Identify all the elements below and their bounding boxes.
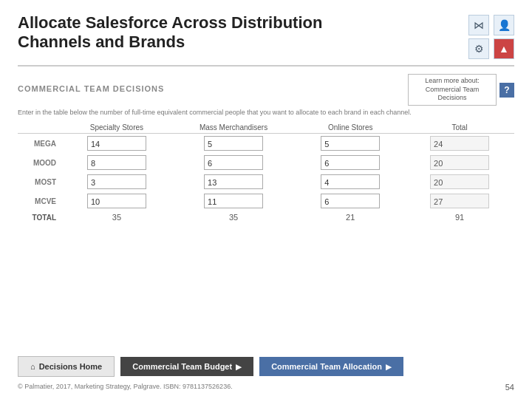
online-cell[interactable]: 6 bbox=[296, 191, 405, 211]
online-input[interactable]: 6 bbox=[321, 194, 380, 208]
mass-cell[interactable]: 6 bbox=[171, 153, 296, 172]
specialty-cell[interactable]: 3 bbox=[62, 172, 171, 191]
data-table: Specialty Stores Mass Merchandisers Onli… bbox=[18, 122, 514, 224]
col-header-mass: Mass Merchandisers bbox=[171, 122, 296, 134]
home-icon: ⌂ bbox=[30, 362, 35, 371]
section-header-row: COMMERCIAL TEAM DECISIONS Learn more abo… bbox=[18, 74, 514, 106]
footer: © Palmatier, 2017, Marketing Strategy, P… bbox=[18, 383, 514, 392]
bottom-nav: ⌂ Decisions Home Commercial Team Budget … bbox=[18, 350, 514, 377]
title-line2: Channels and Brands bbox=[18, 33, 185, 51]
mass-input[interactable]: 11 bbox=[204, 194, 263, 208]
total-online: 21 bbox=[296, 211, 405, 224]
row-total: 20 bbox=[430, 174, 489, 189]
specialty-input[interactable]: 14 bbox=[87, 136, 146, 151]
mass-input[interactable]: 13 bbox=[204, 174, 263, 189]
mass-cell[interactable]: 11 bbox=[171, 191, 296, 211]
icon-row-top: ⋈ 👤 bbox=[468, 15, 514, 35]
settings-icon: ⚙ bbox=[468, 38, 489, 59]
learn-more-area: Learn more about: Commercial Team Decisi… bbox=[408, 74, 514, 106]
table-row: MOST 3 13 4 20 bbox=[18, 172, 514, 191]
home-label: Decisions Home bbox=[39, 362, 103, 371]
budget-button[interactable]: Commercial Team Budget ▶ bbox=[120, 357, 253, 376]
brand-label: MOOD bbox=[18, 153, 62, 172]
copyright-text: © Palmatier, 2017, Marketing Strategy, P… bbox=[18, 383, 233, 392]
brand-label: MCVE bbox=[18, 191, 62, 211]
allocation-arrow: ▶ bbox=[386, 363, 392, 371]
home-button[interactable]: ⌂ Decisions Home bbox=[18, 356, 115, 377]
budget-label: Commercial Team Budget bbox=[132, 362, 232, 371]
brand-label: MEGA bbox=[18, 134, 62, 154]
learn-more-box[interactable]: Learn more about: Commercial Team Decisi… bbox=[408, 74, 497, 106]
col-header-specialty: Specialty Stores bbox=[62, 122, 171, 134]
total-grand: 91 bbox=[405, 211, 514, 224]
total-mass: 35 bbox=[171, 211, 296, 224]
col-header-online: Online Stores bbox=[296, 122, 405, 134]
mass-cell[interactable]: 13 bbox=[171, 172, 296, 191]
online-input[interactable]: 6 bbox=[321, 155, 380, 170]
mass-input[interactable]: 5 bbox=[204, 136, 263, 151]
network-icon: ⋈ bbox=[468, 15, 489, 35]
arrow-up-icon: ▲ bbox=[494, 38, 514, 59]
table-row: MOOD 8 6 6 20 bbox=[18, 153, 514, 172]
header: Allocate Salesforce Across Distribution … bbox=[18, 13, 514, 66]
question-badge[interactable]: ? bbox=[499, 83, 514, 98]
row-total: 24 bbox=[430, 136, 489, 151]
specialty-cell[interactable]: 10 bbox=[62, 191, 171, 211]
allocation-label: Commercial Team Allocation bbox=[271, 362, 382, 371]
total-cell: 20 bbox=[405, 172, 514, 191]
online-cell[interactable]: 6 bbox=[296, 153, 405, 172]
header-icons: ⋈ 👤 ⚙ ▲ bbox=[468, 15, 514, 59]
mass-input[interactable]: 6 bbox=[204, 155, 263, 170]
table-row: MCVE 10 11 6 27 bbox=[18, 191, 514, 211]
page-number: 54 bbox=[505, 383, 514, 392]
instruction-text: Enter in the table below the number of f… bbox=[18, 109, 514, 116]
col-header-total: Total bbox=[405, 122, 514, 134]
total-row: TOTAL 35 35 21 91 bbox=[18, 211, 514, 224]
specialty-input[interactable]: 3 bbox=[87, 174, 146, 189]
specialty-input[interactable]: 10 bbox=[87, 194, 146, 208]
page-title: Allocate Salesforce Across Distribution … bbox=[18, 13, 322, 52]
table-row: MEGA 14 5 5 24 bbox=[18, 134, 514, 154]
specialty-input[interactable]: 8 bbox=[87, 155, 146, 170]
person-icon: 👤 bbox=[494, 15, 514, 35]
icon-row-bottom: ⚙ ▲ bbox=[468, 38, 514, 59]
section-title: COMMERCIAL TEAM DECISIONS bbox=[18, 84, 164, 93]
page-container: Allocate Salesforce Across Distribution … bbox=[0, 0, 532, 399]
total-cell: 24 bbox=[405, 134, 514, 154]
table-header-row: Specialty Stores Mass Merchandisers Onli… bbox=[18, 122, 514, 134]
title-line1: Allocate Salesforce Across Distribution bbox=[18, 13, 322, 32]
specialty-cell[interactable]: 8 bbox=[62, 153, 171, 172]
col-header-brand bbox=[18, 122, 62, 134]
online-input[interactable]: 5 bbox=[321, 136, 380, 151]
mass-cell[interactable]: 5 bbox=[171, 134, 296, 154]
brand-label: MOST bbox=[18, 172, 62, 191]
specialty-cell[interactable]: 14 bbox=[62, 134, 171, 154]
total-label: TOTAL bbox=[18, 211, 62, 224]
online-input[interactable]: 4 bbox=[321, 174, 380, 189]
row-total: 27 bbox=[430, 194, 489, 208]
allocation-button[interactable]: Commercial Team Allocation ▶ bbox=[259, 357, 403, 376]
online-cell[interactable]: 5 bbox=[296, 134, 405, 154]
total-specialty: 35 bbox=[62, 211, 171, 224]
row-total: 20 bbox=[430, 155, 489, 170]
budget-arrow: ▶ bbox=[236, 363, 242, 371]
online-cell[interactable]: 4 bbox=[296, 172, 405, 191]
total-cell: 20 bbox=[405, 153, 514, 172]
total-cell: 27 bbox=[405, 191, 514, 211]
